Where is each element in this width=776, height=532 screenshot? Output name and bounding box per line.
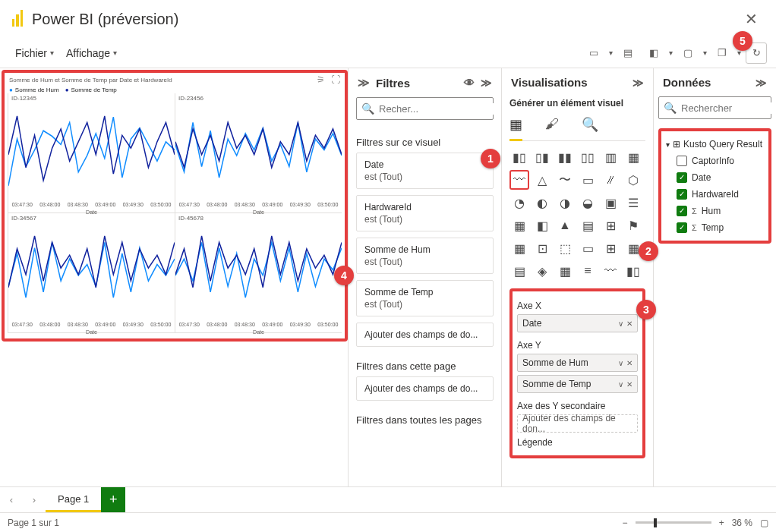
data-field[interactable]: CaptorInfo [664,153,765,169]
menu-view-label: Affichage [66,47,110,59]
data-field[interactable]: HardwareId [664,186,765,203]
eye-icon[interactable]: 👁 [464,77,475,89]
viz-type-icon[interactable]: ◧ [532,216,552,235]
well-y-chip-1[interactable]: Somme de Hum∨✕ [517,354,638,372]
zoom-slider[interactable] [636,521,711,524]
filters-on-visual-label: Filtres sur ce visuel [356,129,494,153]
filter-state: est (Tout) [364,299,485,310]
zoom-in[interactable]: + [719,518,724,528]
filters-search-input[interactable] [379,103,501,115]
page-icon[interactable]: ▤ [617,42,639,64]
viz-type-icon[interactable]: ▤ [578,216,598,235]
remove-icon[interactable]: ✕ [626,320,632,328]
viz-type-icon[interactable]: ▯▯ [578,147,598,167]
checkbox[interactable] [677,156,687,166]
bookmark-icon[interactable]: ◧ [643,42,664,64]
viz-type-icon[interactable]: ⊡ [532,238,552,258]
remove-icon[interactable]: ✕ [626,359,632,367]
viz-type-icon[interactable]: ⚑ [623,216,643,235]
well-x-chip[interactable]: Date∨✕ [517,314,638,332]
viz-type-icon[interactable]: 〰 [601,261,620,281]
viz-type-icon[interactable]: ⊞ [601,216,620,235]
viz-type-icon[interactable]: ◔ [509,193,529,212]
well-y2-label: Axe des Y secondaire [517,396,638,414]
viz-type-icon[interactable]: ▭ [578,238,598,258]
viz-line-chart[interactable]: 〰 [509,170,529,190]
filter-add-page[interactable]: Ajouter des champs de do... [356,376,494,401]
checkbox[interactable] [677,222,687,233]
focus-icon[interactable]: ⛶ [331,74,340,85]
viz-type-icon[interactable]: ▯▮ [532,147,552,167]
filter-add-visual[interactable]: Ajouter des champs de do... [356,323,494,347]
viz-type-icon[interactable]: ⫽ [601,170,620,190]
add-page-button[interactable]: + [101,487,125,512]
viz-type-icon[interactable]: ◈ [532,261,552,281]
viz-type-icon[interactable]: 〜 [555,170,575,190]
layout-icon[interactable]: ▭ [583,42,604,64]
viz-type-icon[interactable]: ▮▯ [509,147,529,167]
viz-type-icon[interactable]: ⬚ [555,238,575,258]
viz-type-icon[interactable]: ▮▮ [555,147,575,167]
well-y2-placeholder[interactable]: Ajouter des champs de don... [517,414,638,433]
page-next[interactable]: › [23,487,46,512]
viz-type-icon[interactable]: ▥ [601,147,620,167]
collapse-icon[interactable]: ≫ [755,77,767,89]
viz-type-icon[interactable]: ▮▯ [623,261,643,281]
viz-tab-format[interactable]: 🖌 [545,116,559,133]
chevron-down-icon[interactable]: ∨ [618,359,623,367]
data-field[interactable]: ΣHum [664,203,765,219]
remove-icon[interactable]: ✕ [626,380,632,389]
data-search[interactable]: 🔍 [658,96,771,119]
viz-type-icon[interactable]: ▤ [509,261,529,281]
close-button[interactable]: ✕ [739,7,764,31]
menu-file[interactable]: Fichier▾ [9,42,60,64]
search-icon: 🔍 [664,102,677,114]
expand-icon[interactable]: ≫ [358,76,370,90]
filter-card[interactable]: Somme de Humest (Tout) [356,238,494,274]
fit-page-icon[interactable]: ▢ [760,518,768,528]
viz-type-icon[interactable]: ▣ [601,193,620,212]
filter-state: est (Tout) [364,257,485,267]
view-icon[interactable]: ▢ [677,42,699,64]
viz-type-icon[interactable]: ▲ [555,216,575,235]
filter-card[interactable]: HardwareIdest (Tout) [356,195,494,231]
filter-card[interactable]: Somme de Tempest (Tout) [356,280,494,316]
table-group[interactable]: ▾ ⊞ Kusto Query Result [664,136,765,153]
data-search-input[interactable] [681,102,776,114]
viz-type-icon[interactable]: ⬡ [623,170,643,190]
menu-view[interactable]: Affichage▾ [60,42,123,64]
checkbox[interactable] [677,206,687,216]
chevron-down-icon[interactable]: ∨ [618,380,623,389]
filter-icon[interactable]: ⚞ [317,74,325,85]
viz-tab-analytics[interactable]: 🔍 [582,116,598,133]
viz-type-icon[interactable]: ◑ [555,193,575,212]
collapse-icon[interactable]: ≫ [481,77,492,89]
chevron-down-icon[interactable]: ∨ [618,320,623,328]
report-canvas[interactable]: Somme de Hum et Somme de Temp par Date e… [2,70,348,342]
page-tab-1[interactable]: Page 1 [46,487,101,512]
filter-card[interactable]: Dateest (Tout) [356,153,494,189]
viz-type-icon[interactable]: ◐ [532,193,552,212]
filters-search[interactable]: 🔍 [356,97,494,120]
viz-type-icon[interactable]: △ [532,170,552,190]
viz-type-icon[interactable]: ▦ [623,147,643,167]
viz-type-icon[interactable]: ⊞ [601,238,620,258]
viz-type-icon[interactable]: ☰ [623,193,643,212]
zoom-out[interactable]: − [623,518,628,528]
data-field[interactable]: Date [664,169,765,186]
viz-type-icon[interactable]: ▦ [509,238,529,258]
viz-type-icon[interactable]: ▦ [555,261,575,281]
checkbox[interactable] [677,189,687,200]
well-y-chip-2[interactable]: Somme de Temp∨✕ [517,375,638,393]
data-field[interactable]: ΣTemp [664,219,765,236]
viz-type-icon[interactable]: ▦ [509,216,529,235]
viz-tab-build[interactable]: ▦ [509,116,522,133]
chip-text: Somme de Temp [522,379,615,389]
checkbox[interactable] [677,172,687,183]
viz-type-icon[interactable]: ≡ [578,261,598,281]
copy-icon[interactable]: ❐ [711,42,733,64]
viz-type-icon[interactable]: ◒ [578,193,598,212]
viz-type-icon[interactable]: ▭ [578,170,598,190]
collapse-icon[interactable]: ≫ [632,77,644,89]
page-prev[interactable]: ‹ [0,487,23,512]
